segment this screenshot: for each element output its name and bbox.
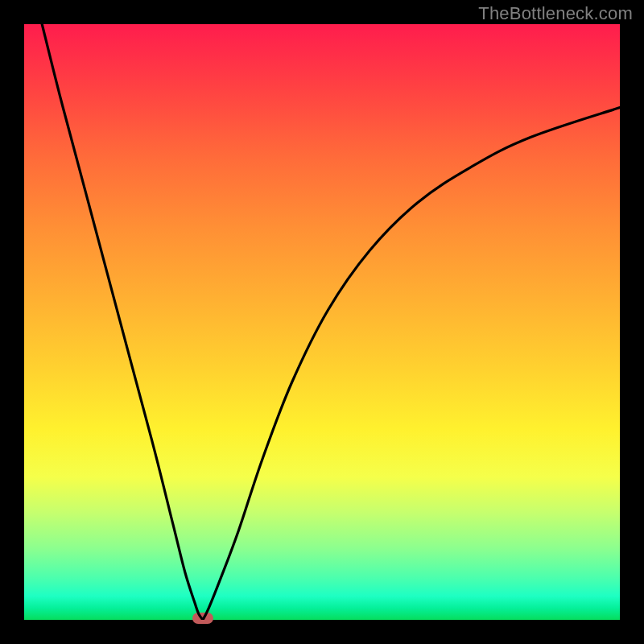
bottleneck-curve bbox=[24, 24, 620, 620]
chart-frame: TheBottleneck.com bbox=[0, 0, 644, 644]
plot-area bbox=[24, 24, 620, 620]
watermark-text: TheBottleneck.com bbox=[478, 3, 633, 24]
curve-path bbox=[42, 24, 620, 620]
